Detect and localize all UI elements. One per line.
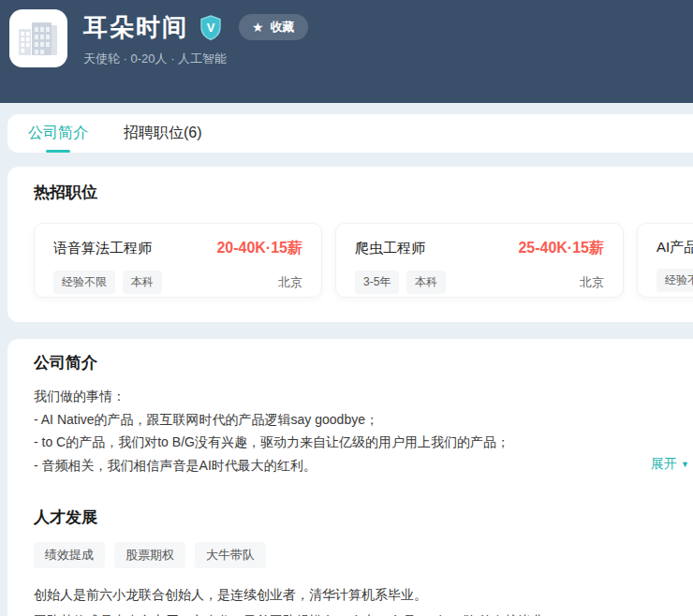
job-card-crawler[interactable]: 爬虫工程师 25-40K·15薪 3-5年 本科 北京: [335, 223, 624, 298]
hot-jobs-section: 热招职位 语音算法工程师 20-40K·15薪 经验不限 本科 北京 爬虫工程师…: [7, 167, 693, 322]
job-salary: 20-40K·15薪: [216, 239, 302, 258]
tab-job-positions[interactable]: 招聘职位(6): [124, 114, 202, 153]
job-city: 北京: [580, 274, 604, 291]
job-tag: 3-5年: [355, 271, 399, 294]
talent-tag: 股票期权: [114, 542, 185, 568]
company-meta: 天使轮 · 0-20人 · 人工智能: [83, 51, 308, 67]
talent-tags: 绩效提成 股票期权 大牛带队: [34, 542, 693, 568]
talent-title: 人才发展: [34, 506, 693, 528]
job-card-ai-product[interactable]: AI产品经理 经验不限: [637, 223, 693, 298]
talent-tag: 绩效提成: [34, 542, 105, 568]
talent-tag: 大牛带队: [195, 542, 266, 568]
tab-company-intro[interactable]: 公司简介: [28, 114, 88, 153]
job-card-voice-algorithm[interactable]: 语音算法工程师 20-40K·15薪 经验不限 本科 北京: [34, 223, 322, 298]
hot-jobs-row: 语音算法工程师 20-40K·15薪 经验不限 本科 北京 爬虫工程师 25-4…: [34, 223, 693, 298]
star-icon: ★: [252, 21, 264, 34]
tab-bar: 公司简介 招聘职位(6): [7, 114, 693, 153]
company-logo: [9, 9, 67, 67]
intro-line: - 音频相关，我们相信声音是AI时代最大的红利。: [34, 454, 693, 477]
job-tag: 经验不限: [656, 269, 693, 292]
company-header: 耳朵时间 V ★ 收藏 天使轮 · 0-20人 · 人工智能: [0, 0, 693, 103]
company-name: 耳朵时间: [83, 13, 188, 41]
favorite-label: 收藏: [271, 19, 295, 36]
job-title: 语音算法工程师: [53, 240, 152, 257]
company-detail-section: 公司简介 我们做的事情： - AI Native的产品，跟互联网时代的产品逻辑s…: [7, 339, 693, 616]
job-tag: 经验不限: [53, 271, 115, 294]
chevron-down-icon: ▼: [681, 461, 689, 469]
verified-shield-icon: V: [199, 15, 222, 40]
intro-line: 我们做的事情：: [34, 385, 693, 408]
tab-job-positions-label: 招聘职位(6): [124, 124, 202, 143]
talent-line: 团队其他成员也来自大厂、六小龙，目前团队规模在10人内，全员985/211/海外…: [34, 608, 693, 616]
favorite-button[interactable]: ★ 收藏: [239, 14, 308, 40]
intro-line: - to C的产品，我们对to B/G没有兴趣，驱动力来自让亿级的用户用上我们的…: [34, 431, 693, 454]
talent-text: 创始人是前六小龙联合创始人，是连续创业者，清华计算机系毕业。 团队其他成员也来自…: [34, 581, 693, 616]
intro-line: - AI Native的产品，跟互联网时代的产品逻辑say goodbye；: [34, 408, 693, 432]
company-intro-title: 公司简介: [34, 352, 693, 374]
expand-label: 展开: [651, 456, 677, 473]
job-title: 爬虫工程师: [355, 240, 425, 257]
svg-text:V: V: [207, 21, 215, 35]
expand-button[interactable]: 展开 ▼: [651, 456, 689, 473]
hot-jobs-title: 热招职位: [34, 182, 693, 203]
building-icon: [18, 20, 59, 57]
job-city: 北京: [278, 274, 302, 291]
talent-line: 创始人是前六小龙联合创始人，是连续创业者，清华计算机系毕业。: [34, 581, 693, 608]
tab-company-intro-label: 公司简介: [28, 124, 88, 143]
job-tag: 本科: [406, 271, 446, 294]
job-salary: 25-40K·15薪: [518, 239, 604, 258]
company-header-info: 耳朵时间 V ★ 收藏 天使轮 · 0-20人 · 人工智能: [83, 9, 308, 67]
job-title: AI产品经理: [656, 239, 693, 257]
company-intro-text: 我们做的事情： - AI Native的产品，跟互联网时代的产品逻辑say go…: [34, 385, 693, 477]
job-tag: 本科: [123, 271, 162, 294]
